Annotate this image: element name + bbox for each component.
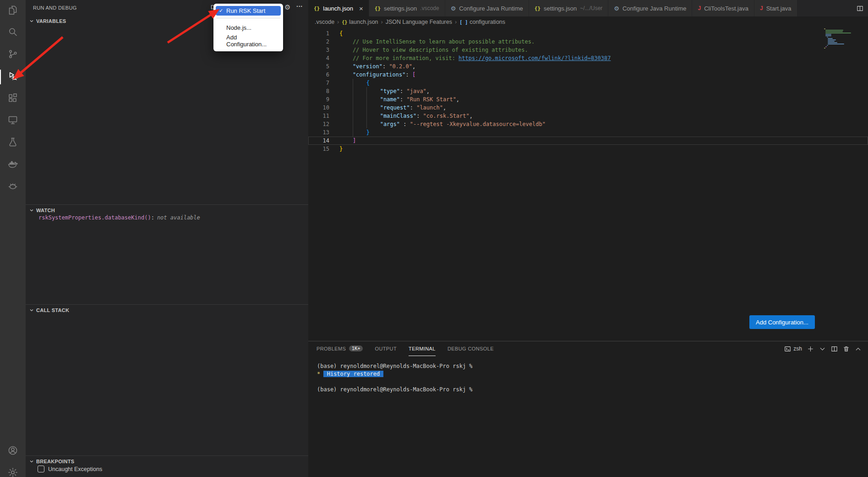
breadcrumb-configurations[interactable]: [ ]configurations <box>459 19 505 25</box>
launch-profile-chevron-down-icon[interactable] <box>819 345 826 352</box>
close-icon[interactable]: × <box>359 5 363 12</box>
token: , <box>456 96 459 103</box>
line-number[interactable]: 11 <box>308 112 329 120</box>
tab-label: Configure Java Runtime <box>622 5 686 12</box>
tab-configure-java-runtime[interactable]: ⚙Configure Java Runtime <box>608 0 692 16</box>
menu-item-label: Run RSK Start <box>226 7 265 14</box>
tab-clitoolstest-java[interactable]: JCliToolsTest.java <box>692 0 754 16</box>
watch-section-header[interactable]: WATCH <box>26 204 308 215</box>
activity-source-control[interactable] <box>0 44 26 66</box>
split-terminal-icon[interactable] <box>831 345 838 352</box>
indent-guide <box>353 87 366 95</box>
line-number[interactable]: 14 <box>308 137 329 145</box>
call-stack-section-header[interactable]: CALL STACK <box>26 304 308 315</box>
remote-explorer-icon <box>7 115 18 127</box>
watch-value: not available <box>157 214 200 221</box>
tab-label: settings.json <box>384 5 417 12</box>
chevron-right-icon: › <box>455 19 457 25</box>
line-number[interactable]: 15 <box>308 145 329 153</box>
line-number[interactable]: 12 <box>308 120 329 128</box>
token: "mainClass" <box>380 113 416 119</box>
tab-settings-json[interactable]: {}settings.json.vscode <box>369 0 445 16</box>
code-line-13: 13} <box>308 128 868 137</box>
menu-item-run-rsk-start[interactable]: ✓Run RSK Start <box>216 6 281 16</box>
json-file-icon: {} <box>314 5 320 11</box>
activity-extensions[interactable] <box>0 88 26 110</box>
code-content: } <box>329 128 370 137</box>
indent-guide <box>339 79 353 87</box>
tab-settings-json[interactable]: {}settings.json~/.../User <box>529 0 609 16</box>
token: { <box>339 30 343 37</box>
panel-tab-terminal[interactable]: TERMINAL <box>409 341 436 356</box>
panel-tab-debug-console[interactable]: DEBUG CONSOLE <box>448 341 494 356</box>
settings-icon <box>7 467 18 477</box>
new-terminal-icon[interactable] <box>807 345 814 352</box>
tab-start-java[interactable]: JStart.java <box>754 0 797 16</box>
split-editor-icon[interactable] <box>857 5 863 12</box>
breadcrumb-launch-json[interactable]: {}launch.json <box>342 19 378 25</box>
terminal-shell-selector[interactable]: zsh <box>784 345 802 352</box>
views-more-actions-icon[interactable]: ··· <box>296 3 303 10</box>
panel-tab-label: DEBUG CONSOLE <box>448 346 494 351</box>
kill-terminal-icon[interactable] <box>843 345 850 352</box>
activity-plugin[interactable] <box>0 176 26 198</box>
activity-search[interactable] <box>0 22 26 44</box>
tab-configure-java-runtime[interactable]: ⚙Configure Java Runtime <box>445 0 529 16</box>
activity-settings[interactable] <box>0 462 26 477</box>
menu-separator <box>216 18 280 18</box>
activity-explorer[interactable] <box>0 0 26 22</box>
checkbox-unchecked[interactable] <box>38 466 44 472</box>
line-number[interactable]: 5 <box>308 62 329 71</box>
chevron-right-icon: › <box>381 19 383 25</box>
activity-docker[interactable] <box>0 154 26 176</box>
token: : <box>400 96 406 103</box>
terminal-output[interactable]: (base) reynoldmorel@Reynolds-MacBook-Pro… <box>308 356 868 394</box>
maximize-panel-chevron-up-icon[interactable] <box>855 345 862 352</box>
open-launch-json-gear-icon[interactable]: ⚙ <box>284 3 290 11</box>
line-number[interactable]: 13 <box>308 128 329 137</box>
token: "type" <box>380 88 400 94</box>
editor-tab-bar: {}launch.json×{}settings.json.vscode⚙Con… <box>308 0 868 16</box>
line-number[interactable]: 4 <box>308 54 329 62</box>
add-configuration-button[interactable]: Add Configuration... <box>749 315 815 329</box>
code-content: { <box>329 29 343 38</box>
breadcrumb-vscode[interactable]: .vscode <box>315 19 334 25</box>
minimap-line <box>827 45 828 46</box>
token: // Hover to view descriptions of existin… <box>353 47 528 53</box>
indent-guide <box>339 128 353 137</box>
breakpoint-row[interactable]: Uncaught Exceptions <box>38 466 102 472</box>
menu-item-node-js[interactable]: Node.js... <box>216 23 281 33</box>
indent-guide <box>353 112 366 120</box>
activity-accounts[interactable] <box>0 440 26 462</box>
activity-remote-explorer[interactable] <box>0 110 26 132</box>
code-content: { <box>329 79 370 87</box>
token: "Run RSK Start" <box>406 96 456 103</box>
panel-actions: zsh <box>784 345 862 352</box>
editor-pane: 1{2// Use IntelliSense to learn about po… <box>308 27 868 341</box>
breadcrumb-json-language-features[interactable]: JSON Language Features <box>386 19 452 25</box>
menu-item-add-configuration[interactable]: Add Configuration... <box>216 33 281 49</box>
panel-tab-output[interactable]: OUTPUT <box>375 341 397 356</box>
watch-expression-row[interactable]: rskSystemProperties.databaseKind():not a… <box>38 214 200 221</box>
line-number[interactable]: 3 <box>308 46 329 54</box>
watch-expression: rskSystemProperties.databaseKind() <box>38 214 151 221</box>
tab-launch-json[interactable]: {}launch.json× <box>308 0 369 16</box>
minimap[interactable] <box>824 28 856 49</box>
code-line-7: 7{ <box>308 79 868 87</box>
activity-testing[interactable] <box>0 132 26 154</box>
breakpoints-section-header[interactable]: BREAKPOINTS <box>26 455 308 466</box>
line-number[interactable]: 10 <box>308 104 329 112</box>
line-number[interactable]: 7 <box>308 79 329 87</box>
tab-label: Configure Java Runtime <box>459 5 523 12</box>
panel-header: PROBLEMS1K+OUTPUTTERMINALDEBUG CONSOLE z… <box>308 341 868 356</box>
line-number[interactable]: 2 <box>308 38 329 46</box>
shell-name: zsh <box>793 345 802 352</box>
line-number[interactable]: 1 <box>308 29 329 38</box>
breadcrumb-label: JSON Language Features <box>386 19 452 25</box>
line-number[interactable]: 9 <box>308 95 329 104</box>
activity-run-and-debug[interactable] <box>0 66 26 88</box>
panel-tab-problems[interactable]: PROBLEMS1K+ <box>317 341 363 356</box>
line-number[interactable]: 8 <box>308 87 329 95</box>
array-symbol-icon: [ ] <box>459 20 468 25</box>
line-number[interactable]: 6 <box>308 71 329 79</box>
